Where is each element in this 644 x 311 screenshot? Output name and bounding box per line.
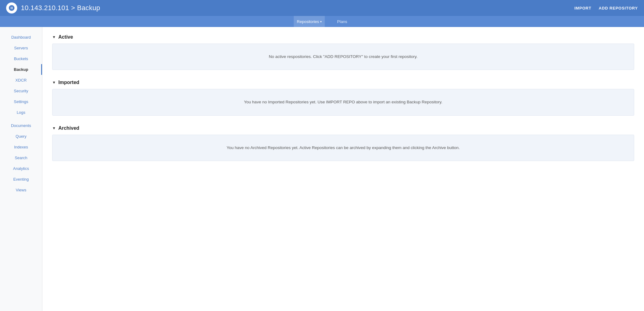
- sidebar-item-buckets[interactable]: Buckets: [0, 53, 42, 64]
- header-actions: IMPORT ADD REPOSITORY: [574, 6, 638, 10]
- imported-empty-message: You have no Imported Repositories yet. U…: [244, 100, 442, 104]
- subnav-plans[interactable]: Plans: [334, 16, 350, 27]
- imported-section: ▼ Imported You have no Imported Reposito…: [52, 80, 634, 115]
- sidebar-item-views[interactable]: Views: [0, 185, 42, 195]
- sidebar-item-query[interactable]: Query: [0, 131, 42, 142]
- sidebar-item-eventing[interactable]: Eventing: [0, 174, 42, 185]
- sidebar-item-xdcr[interactable]: XDCR: [0, 75, 42, 86]
- imported-collapse-icon: ▼: [52, 80, 56, 85]
- sidebar: Dashboard Servers Buckets Backup XDCR Se…: [0, 27, 42, 311]
- active-section-title: Active: [58, 34, 73, 40]
- app-body: Dashboard Servers Buckets Backup XDCR Se…: [0, 27, 644, 311]
- top-header: 10.143.210.101 > Backup IMPORT ADD REPOS…: [0, 0, 644, 16]
- archived-section: ▼ Archived You have no Archived Reposito…: [52, 125, 634, 161]
- archived-empty-message: You have no Archived Repositories yet. A…: [227, 145, 460, 150]
- sub-nav: Repositories ▾ Plans: [0, 16, 644, 27]
- active-empty-message: No active respositories. Click "ADD REPO…: [269, 54, 417, 59]
- import-button[interactable]: IMPORT: [574, 6, 591, 10]
- imported-section-header[interactable]: ▼ Imported: [52, 80, 634, 85]
- sidebar-item-dashboard[interactable]: Dashboard: [0, 32, 42, 43]
- archived-section-header[interactable]: ▼ Archived: [52, 125, 634, 131]
- sidebar-divider: [0, 118, 42, 120]
- active-section-body: No active respositories. Click "ADD REPO…: [52, 44, 634, 70]
- sidebar-item-logs[interactable]: Logs: [0, 107, 42, 118]
- add-repository-button[interactable]: ADD REPOSITORY: [599, 6, 638, 10]
- sidebar-item-analytics[interactable]: Analytics: [0, 163, 42, 174]
- sidebar-item-indexes[interactable]: Indexes: [0, 142, 42, 152]
- sidebar-item-servers[interactable]: Servers: [0, 43, 42, 53]
- header-left: 10.143.210.101 > Backup: [6, 2, 100, 13]
- sidebar-item-security[interactable]: Security: [0, 86, 42, 96]
- subnav-repositories[interactable]: Repositories ▾: [294, 16, 325, 27]
- active-section: ▼ Active No active respositories. Click …: [52, 34, 634, 70]
- main-content: ▼ Active No active respositories. Click …: [42, 27, 644, 311]
- logo-icon: [6, 2, 17, 13]
- header-title: 10.143.210.101 > Backup: [21, 4, 100, 12]
- archived-section-body: You have no Archived Repositories yet. A…: [52, 135, 634, 161]
- sidebar-item-backup[interactable]: Backup: [0, 64, 42, 75]
- archived-collapse-icon: ▼: [52, 126, 56, 130]
- imported-section-body: You have no Imported Repositories yet. U…: [52, 89, 634, 115]
- chevron-down-icon: ▾: [320, 20, 322, 23]
- active-section-header[interactable]: ▼ Active: [52, 34, 634, 40]
- active-collapse-icon: ▼: [52, 35, 56, 39]
- sidebar-item-documents[interactable]: Documents: [0, 120, 42, 131]
- archived-section-title: Archived: [58, 125, 79, 131]
- imported-section-title: Imported: [58, 80, 79, 85]
- sidebar-item-search[interactable]: Search: [0, 152, 42, 163]
- sidebar-item-settings[interactable]: Settings: [0, 96, 42, 107]
